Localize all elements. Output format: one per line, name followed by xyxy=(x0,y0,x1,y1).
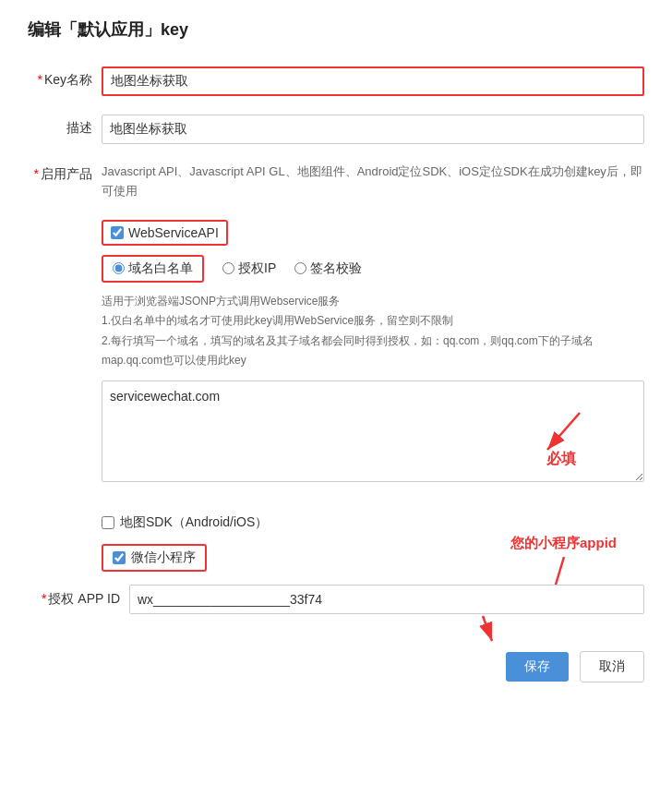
key-name-input[interactable] xyxy=(102,66,644,96)
sign-verify-radio[interactable] xyxy=(294,262,306,274)
webservice-checkbox[interactable] xyxy=(111,226,124,239)
description-input[interactable] xyxy=(102,115,644,144)
domain-whitelist-radio-label[interactable]: 域名白名单 xyxy=(102,255,204,283)
products-label: *启用产品 xyxy=(28,163,92,183)
appid-input[interactable] xyxy=(129,585,644,614)
page-title: 编辑「默认应用」key xyxy=(28,18,644,41)
svg-line-5 xyxy=(483,616,492,641)
webservice-checkbox-label[interactable]: WebServiceAPI xyxy=(102,220,228,246)
domain-textarea[interactable]: servicewechat.com xyxy=(102,380,644,482)
save-button[interactable]: 保存 xyxy=(506,652,569,682)
domain-whitelist-radio[interactable] xyxy=(113,262,125,274)
wechat-annotation-text: 您的小程序appid xyxy=(510,535,617,552)
auth-ip-radio-label[interactable]: 授权IP xyxy=(222,260,276,277)
desc-block: 适用于浏览器端JSONP方式调用Webservice服务 1.仅白名单中的域名才… xyxy=(102,292,644,371)
auth-ip-radio[interactable] xyxy=(222,262,234,274)
map-sdk-checkbox[interactable] xyxy=(102,516,114,529)
sign-verify-radio-label[interactable]: 签名校验 xyxy=(294,260,362,277)
key-name-label: *Key名称 xyxy=(28,66,92,89)
bottom-arrow xyxy=(460,611,506,651)
cancel-button[interactable]: 取消 xyxy=(580,651,644,682)
products-hint: Javascript API、Javascript API GL、地图组件、An… xyxy=(102,163,644,201)
wechat-mini-checkbox-label[interactable]: 微信小程序 xyxy=(102,544,207,572)
wechat-mini-checkbox[interactable] xyxy=(113,551,126,564)
description-label: 描述 xyxy=(28,115,92,137)
appid-label: *授权 APP ID xyxy=(37,591,120,608)
map-sdk-checkbox-label[interactable]: 地图SDK（Android/iOS） xyxy=(102,514,644,531)
